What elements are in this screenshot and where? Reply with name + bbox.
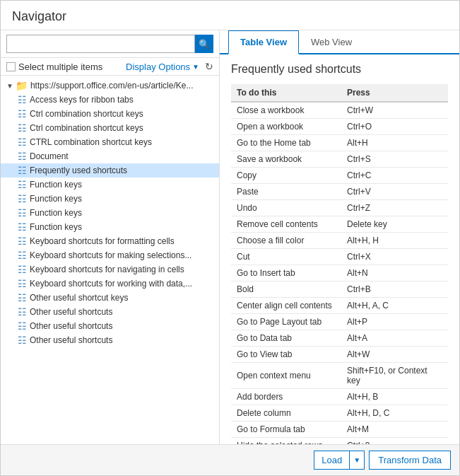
shortcut-action: Go to Page Layout tab: [231, 314, 341, 330]
list-item[interactable]: ☷ CTRL combination shortcut keys: [1, 135, 219, 149]
list-item[interactable]: ☷ Other useful shortcuts: [1, 333, 219, 347]
tree-item-label: Other useful shortcuts: [30, 335, 112, 345]
content-area: Frequently used shortcuts To do this Pre…: [220, 54, 459, 444]
list-item[interactable]: ☷ Keyboard shortcuts for working with da…: [1, 277, 219, 291]
select-multiple-toggle[interactable]: Select multiple items: [6, 62, 102, 72]
load-button[interactable]: Load: [314, 451, 349, 469]
list-item[interactable]: ☷ Keyboard shortcuts for navigating in c…: [1, 262, 219, 277]
folder-icon: 📁: [16, 80, 28, 91]
table-icon: ☷: [18, 94, 27, 105]
shortcut-key: Ctrl+W: [341, 102, 448, 119]
shortcut-action: Choose a fill color: [231, 233, 341, 249]
shortcut-action: Save a workbook: [231, 151, 341, 168]
shortcut-key: Alt+H: [341, 135, 448, 151]
shortcut-key: Alt+A: [341, 330, 448, 347]
shortcut-key: Ctrl+S: [341, 151, 448, 168]
table-row: Close a workbookCtrl+W: [231, 102, 448, 119]
shortcut-key: Shift+F10, or Context key: [341, 363, 448, 389]
table-row: Go to Data tabAlt+A: [231, 330, 448, 347]
table-icon: ☷: [18, 193, 27, 204]
display-options-button[interactable]: Display Options ▼: [126, 62, 199, 72]
table-icon: ☷: [18, 306, 27, 318]
search-button[interactable]: 🔍: [195, 35, 213, 53]
shortcut-action: Add borders: [231, 389, 341, 405]
list-item[interactable]: ☷ Keyboard shortcuts for formatting cell…: [1, 234, 219, 248]
table-icon: ☷: [18, 151, 27, 162]
list-item[interactable]: ☷ Other useful shortcut keys: [1, 291, 219, 305]
shortcut-action: Hide the selected rows: [231, 438, 341, 445]
table-icon: ☷: [18, 122, 27, 134]
collapse-icon: ▼: [6, 82, 13, 90]
list-item[interactable]: ☷ Function keys: [1, 192, 219, 206]
tree-container[interactable]: ▼ 📁 https://support.office.com/en-us/art…: [1, 76, 219, 444]
right-panel: Table View Web View Frequently used shor…: [220, 30, 459, 444]
shortcut-action: Go to Data tab: [231, 330, 341, 347]
tree-item-label: Function keys: [30, 208, 82, 218]
table-row: Open a workbookCtrl+O: [231, 119, 448, 135]
shortcut-action: Copy: [231, 168, 341, 184]
tab-web-view[interactable]: Web View: [299, 30, 364, 54]
table-row: CutCtrl+X: [231, 249, 448, 265]
tab-table-view[interactable]: Table View: [228, 30, 299, 54]
shortcut-key: Alt+P: [341, 314, 448, 330]
tree-item-label: Frequently used shortcuts: [30, 166, 127, 175]
search-input[interactable]: [6, 35, 195, 53]
list-item[interactable]: ☷ Function keys: [1, 206, 219, 220]
table-row: Open context menuShift+F10, or Context k…: [231, 363, 448, 389]
select-multiple-label: Select multiple items: [18, 62, 102, 72]
table-icon: ☷: [18, 320, 27, 332]
list-item[interactable]: ☷ Other useful shortcuts: [1, 319, 219, 333]
list-item[interactable]: ☷ Document: [1, 149, 219, 163]
list-item[interactable]: ☷ Function keys: [1, 178, 219, 192]
table-row: Hide the selected rowsCtrl+9: [231, 438, 448, 445]
list-item[interactable]: ☷ Ctrl combination shortcut keys: [1, 107, 219, 121]
list-item[interactable]: ☷ Ctrl combination shortcut keys: [1, 121, 219, 135]
shortcut-key: Ctrl+V: [341, 184, 448, 200]
display-options-label: Display Options: [126, 62, 190, 72]
navigator-window: Navigator 🔍 Select multiple items Displa…: [0, 0, 460, 476]
column-header-key: Press: [341, 84, 448, 102]
tree-item-label: Function keys: [30, 180, 82, 190]
bottom-bar: Load ▼ Transform Data: [1, 444, 459, 475]
toolbar-row: Select multiple items Display Options ▼ …: [1, 58, 219, 76]
tree-item-label: CTRL combination shortcut keys: [30, 137, 152, 147]
shortcut-action: Open context menu: [231, 363, 341, 389]
load-dropdown-button[interactable]: ▼: [349, 451, 364, 469]
list-item[interactable]: ☷ Keyboard shortcuts for making selectio…: [1, 248, 219, 262]
shortcut-action: Cut: [231, 249, 341, 265]
shortcut-key: Ctrl+9: [341, 438, 448, 445]
select-multiple-checkbox[interactable]: [6, 62, 16, 71]
list-item-selected[interactable]: ☷ Frequently used shortcuts: [1, 163, 219, 178]
table-row: UndoCtrl+Z: [231, 200, 448, 216]
shortcut-action: Go to Formula tab: [231, 422, 341, 438]
shortcut-key: Ctrl+X: [341, 249, 448, 265]
shortcut-key: Delete key: [341, 216, 448, 233]
transform-data-button[interactable]: Transform Data: [369, 451, 451, 470]
table-row: Center align cell contentsAlt+H, A, C: [231, 298, 448, 314]
table-row: Go to View tabAlt+W: [231, 347, 448, 363]
tree-item-label: Ctrl combination shortcut keys: [30, 109, 143, 119]
table-row: PasteCtrl+V: [231, 184, 448, 200]
shortcut-action: Go to View tab: [231, 347, 341, 363]
tree-item-root[interactable]: ▼ 📁 https://support.office.com/en-us/art…: [1, 79, 219, 93]
refresh-icon[interactable]: ↻: [205, 61, 213, 72]
window-title: Navigator: [12, 9, 448, 24]
list-item[interactable]: ☷ Function keys: [1, 220, 219, 234]
list-item[interactable]: ☷ Other useful shortcuts: [1, 305, 219, 319]
tree-item-label: Document: [30, 151, 69, 161]
tree-item-label: Keyboard shortcuts for working with data…: [30, 279, 192, 289]
shortcut-key: Ctrl+C: [341, 168, 448, 184]
tree-item-label: Function keys: [30, 222, 82, 232]
shortcut-key: Alt+H, A, C: [341, 298, 448, 314]
table-icon: ☷: [18, 264, 27, 275]
title-bar: Navigator: [1, 1, 459, 30]
tree-item-label: Keyboard shortcuts for making selections…: [30, 250, 191, 260]
search-bar: 🔍: [1, 30, 219, 58]
list-item[interactable]: ☷ Access keys for ribbon tabs: [1, 93, 219, 107]
column-header-action: To do this: [231, 84, 341, 102]
table-row: CopyCtrl+C: [231, 168, 448, 184]
load-button-group: Load ▼: [314, 451, 365, 470]
shortcut-key: Alt+H, D, C: [341, 405, 448, 422]
table-icon: ☷: [18, 165, 27, 176]
left-panel: 🔍 Select multiple items Display Options …: [1, 30, 220, 444]
